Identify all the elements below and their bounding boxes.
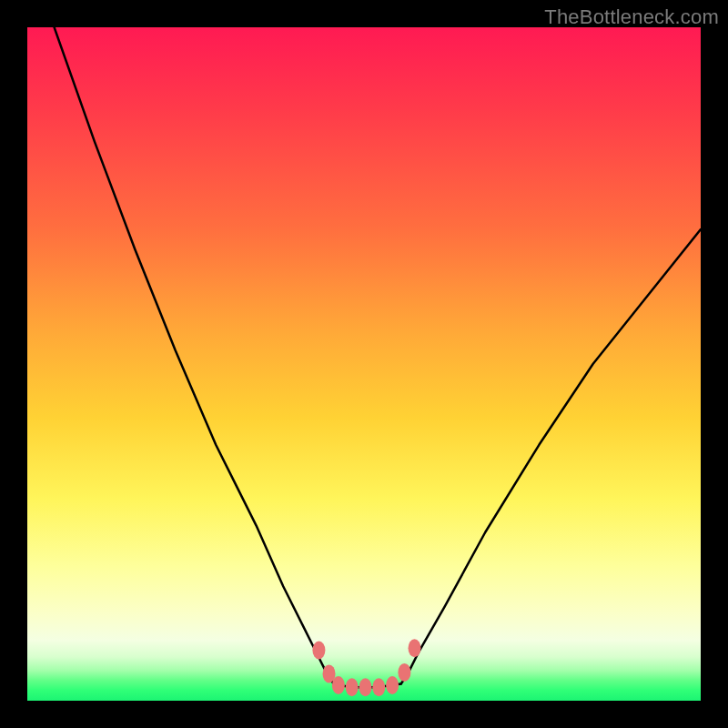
chart-frame: TheBottleneck.com — [0, 0, 728, 728]
plot-area — [27, 27, 701, 701]
watermark-text: TheBottleneck.com — [544, 5, 719, 29]
background-gradient — [27, 27, 701, 701]
